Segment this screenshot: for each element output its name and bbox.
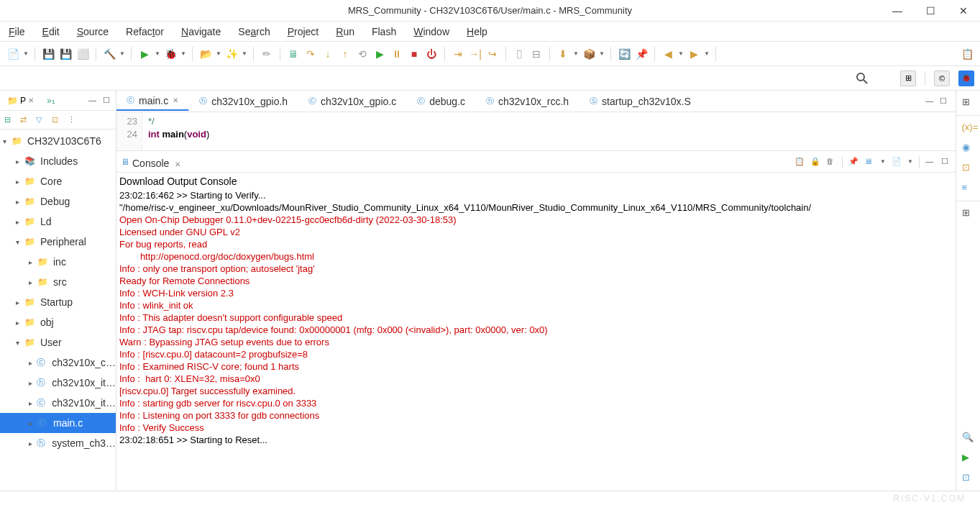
tree-node-core[interactable]: ▸📁Core xyxy=(0,171,116,191)
registers-view-icon[interactable]: ≡ xyxy=(962,182,975,195)
skip-icon[interactable]: ⇥ xyxy=(451,47,465,61)
editor-tab-debugc[interactable]: ⓒdebug.c xyxy=(407,92,476,111)
tab-close-icon[interactable]: ✕ xyxy=(173,96,178,104)
tree-node-mainc[interactable]: ▸ⓒmain.c xyxy=(0,413,116,433)
tree-node-ch32v10xit[interactable]: ▸ⓗch32v10x_it… xyxy=(0,373,116,393)
editor-body[interactable]: 23 24 */ int main(void) xyxy=(116,112,956,151)
maximize-button[interactable]: ☐ xyxy=(914,0,947,22)
run-to-icon[interactable]: →| xyxy=(468,47,482,61)
tree-node-ch32v10xc[interactable]: ▸ⓒch32v10x_c… xyxy=(0,352,116,373)
editor-tab-ch32v10xrcch[interactable]: ⓗch32v10x_rcc.h xyxy=(476,92,580,111)
console-min-icon[interactable]: — xyxy=(925,157,935,167)
tree-node-systemch3[interactable]: ▸ⓗsystem_ch3… xyxy=(0,433,116,453)
refresh-icon[interactable]: 🔄 xyxy=(617,47,631,61)
tab-close-icon[interactable]: ✕ xyxy=(28,96,34,104)
menu-run[interactable]: Run xyxy=(336,26,354,37)
restore-view-icon[interactable]: ⊞ xyxy=(962,96,975,109)
menu-search[interactable]: Search xyxy=(238,26,270,37)
binary-icon[interactable]: ⬜ xyxy=(75,47,90,61)
build-icon[interactable]: 🔨 xyxy=(102,47,116,61)
breakpoints-view-icon[interactable]: ◉ xyxy=(962,142,975,155)
filter-icon[interactable]: ⊟ xyxy=(529,47,544,61)
wand-icon[interactable]: ✨ xyxy=(224,47,239,61)
terminal-icon[interactable]: ⌷ xyxy=(512,47,526,61)
tree-node-src[interactable]: ▸📁src xyxy=(0,272,116,292)
save-icon[interactable]: 💾 xyxy=(41,47,55,61)
pin-console-icon[interactable]: 📌 xyxy=(848,157,858,167)
code-area[interactable]: */ int main(void) xyxy=(142,112,956,150)
tree-node-ch32v10xit[interactable]: ▸ⓒch32v10x_it… xyxy=(0,393,116,413)
console-body[interactable]: Download Output Console 23:02:16:462 >> … xyxy=(116,173,956,491)
tree-node-debug[interactable]: ▸📁Debug xyxy=(0,191,116,211)
search-view-icon[interactable]: 🔍 xyxy=(962,432,975,445)
resume-icon[interactable]: ▶ xyxy=(372,47,387,61)
run-icon[interactable]: ▶ xyxy=(137,47,152,61)
save-all-icon[interactable]: 💾 xyxy=(58,47,73,61)
tree-node-includes[interactable]: ▸📚Includes xyxy=(0,151,116,171)
pin-icon[interactable]: 📌 xyxy=(634,47,649,61)
editor-tab-startupch32v10xs[interactable]: Ⓢstartup_ch32v10x.S xyxy=(580,92,702,111)
editor-tab-ch32v10xgpioc[interactable]: ⓒch32v10x_gpio.c xyxy=(298,92,407,111)
console-close-icon[interactable]: ✕ xyxy=(175,160,180,168)
tree-root[interactable]: ▾ 📁 CH32V103C6T6 xyxy=(0,131,116,151)
search-icon[interactable] xyxy=(856,72,869,85)
clear-console-icon[interactable]: 🗑 xyxy=(826,157,836,167)
tree-node-ld[interactable]: ▸📁Ld xyxy=(0,211,116,232)
tree-node-peripheral[interactable]: ▾📁Peripheral xyxy=(0,232,116,252)
stop-icon[interactable]: ■ xyxy=(407,47,421,61)
box-icon[interactable]: 📦 xyxy=(582,47,596,61)
console-tab[interactable]: Console ✕ xyxy=(129,155,180,169)
restart-icon[interactable]: ⟲ xyxy=(355,47,370,61)
perspective-c-button[interactable]: © xyxy=(934,70,950,86)
executables-view-icon[interactable]: ▶ xyxy=(962,452,975,465)
menu-project[interactable]: Project xyxy=(288,26,319,37)
back-nav-icon[interactable]: ◀ xyxy=(661,47,675,61)
clipboard-icon[interactable]: 📋 xyxy=(794,157,805,167)
more-icon[interactable]: ⋮ xyxy=(68,115,78,125)
menu-help[interactable]: Help xyxy=(467,26,487,37)
variables-view-icon[interactable]: (x)= xyxy=(962,122,975,135)
menu-source[interactable]: Source xyxy=(77,26,109,37)
pause-icon[interactable]: ⏸ xyxy=(390,47,404,61)
tree-node-obj[interactable]: ▸📁obj xyxy=(0,312,116,332)
editor-tab-ch32v10xgpioh[interactable]: ⓗch32v10x_gpio.h xyxy=(189,92,298,111)
minimize-pane-icon[interactable]: — xyxy=(88,96,99,106)
debug-icon[interactable]: 🐞 xyxy=(163,47,178,61)
arrow-icon[interactable]: ↪ xyxy=(485,47,500,61)
tree-node-user[interactable]: ▾📁User xyxy=(0,332,116,352)
open-folder-icon[interactable]: 📂 xyxy=(198,47,213,61)
download-icon[interactable]: ⬇ xyxy=(556,47,570,61)
close-button[interactable]: ✕ xyxy=(947,0,980,22)
new-icon[interactable]: 📄 xyxy=(6,47,20,61)
tool-icon[interactable]: ✏ xyxy=(260,47,274,61)
filter-tree-icon[interactable]: ▽ xyxy=(36,115,46,125)
disconnect-icon[interactable]: ⏻ xyxy=(424,47,439,61)
link-editor-icon[interactable]: ⇄ xyxy=(20,115,30,125)
expressions-view-icon[interactable]: ⊡ xyxy=(962,162,975,175)
breakpoint-tab[interactable]: »₁ xyxy=(42,94,60,107)
menu-edit[interactable]: Edit xyxy=(42,26,60,37)
tree-node-startup[interactable]: ▸📁Startup xyxy=(0,292,116,312)
editor-min-icon[interactable]: — xyxy=(925,96,935,106)
restore-icon-2[interactable]: ⊞ xyxy=(962,207,975,220)
menu-refactor[interactable]: Refactor xyxy=(126,26,164,37)
menu-window[interactable]: Window xyxy=(413,26,449,37)
new-console-icon[interactable]: 📄 xyxy=(892,157,902,167)
editor-max-icon[interactable]: ☐ xyxy=(940,96,950,106)
clipboard-icon[interactable]: 📋 xyxy=(960,47,974,61)
perspective-debug-button[interactable]: 🐞 xyxy=(958,70,974,86)
perspective-open-icon[interactable]: ⊞ xyxy=(900,70,916,86)
restore-pane-icon[interactable]: ☐ xyxy=(103,96,113,106)
step-into-icon[interactable]: ↓ xyxy=(321,47,335,61)
console-max-icon[interactable]: ☐ xyxy=(941,157,951,167)
view-menu-icon[interactable]: ⊡ xyxy=(52,115,62,125)
tree-node-inc[interactable]: ▸📁inc xyxy=(0,252,116,272)
collapse-all-icon[interactable]: ⊟ xyxy=(4,115,14,125)
step-out-icon[interactable]: ↑ xyxy=(338,47,352,61)
new-dropdown[interactable]: ▼ xyxy=(23,50,29,57)
menu-navigate[interactable]: Navigate xyxy=(181,26,221,37)
display-icon[interactable]: 🖥 xyxy=(864,157,874,167)
editor-tab-mainc[interactable]: ⓒmain.c✕ xyxy=(116,92,189,111)
minimize-button[interactable]: — xyxy=(881,0,914,22)
memory-view-icon[interactable]: ⊡ xyxy=(962,472,975,485)
